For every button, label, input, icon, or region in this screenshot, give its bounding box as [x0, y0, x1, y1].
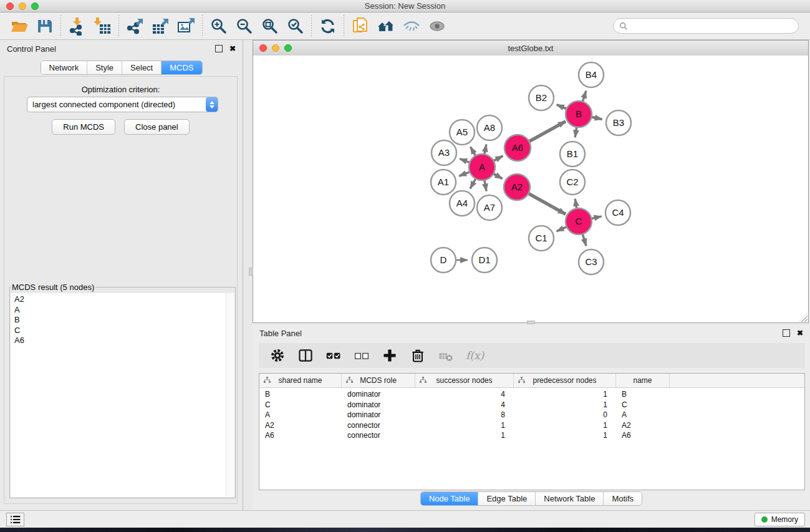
edge-A2-C[interactable] — [528, 193, 566, 214]
cell-shared-name: A6 — [259, 431, 342, 440]
mcds-result-item[interactable]: A2 — [14, 294, 234, 305]
show-panels-button[interactable] — [6, 513, 24, 526]
open-network-file-button[interactable] — [347, 14, 373, 38]
table-tab-motifs[interactable]: Motifs — [604, 492, 642, 505]
node-label-D1: D1 — [478, 254, 490, 265]
node-label-A4: A4 — [456, 198, 468, 208]
table-row[interactable]: A2connector11A2 — [259, 420, 804, 431]
toolbar-separator — [60, 15, 61, 37]
export-table-icon — [152, 17, 170, 36]
node-label-A6: A6 — [512, 142, 523, 153]
shared-column-icon — [518, 377, 525, 384]
table-row[interactable]: Cdominator41C — [259, 400, 804, 410]
zoom-out-button[interactable] — [231, 14, 257, 38]
delete-column-button[interactable] — [410, 347, 426, 364]
zoom-fit-icon — [261, 17, 279, 36]
table-tab-network-table[interactable]: Network Table — [536, 492, 604, 505]
edge-C-C2[interactable] — [575, 199, 576, 209]
open-session-button[interactable] — [6, 14, 32, 38]
result-scrollbar[interactable] — [226, 293, 234, 497]
table-options-button[interactable] — [269, 347, 286, 364]
edge-A-A1[interactable] — [459, 172, 470, 177]
cell-mcds-role: dominator — [342, 390, 415, 399]
edge-A-A3[interactable] — [460, 159, 470, 163]
column-header-shared-name[interactable]: shared name — [259, 374, 342, 387]
tab-network[interactable]: Network — [41, 61, 87, 74]
tab-style[interactable]: Style — [87, 61, 122, 74]
node-label-B1: B1 — [567, 148, 578, 159]
zoom-fit-button[interactable] — [257, 14, 282, 38]
column-header-name[interactable]: name — [616, 374, 670, 387]
refresh-view-button[interactable] — [315, 14, 340, 38]
add-column-button[interactable] — [382, 347, 398, 364]
column-header-successor-nodes[interactable]: successor nodes — [415, 374, 514, 387]
run-mcds-button[interactable]: Run MCDS — [52, 119, 115, 135]
main-toolbar — [0, 12, 810, 40]
edge-C-C1[interactable] — [557, 227, 567, 231]
edge-A-A6[interactable] — [493, 156, 503, 161]
mcds-result-item[interactable]: A6 — [14, 336, 234, 346]
shared-column-icon — [264, 377, 271, 384]
search-input[interactable] — [632, 21, 793, 31]
import-table-button[interactable] — [90, 14, 115, 38]
table-tab-node-table[interactable]: Node Table — [421, 492, 479, 505]
control-panel-close-button[interactable]: ✖ — [229, 46, 236, 52]
network-canvas[interactable]: AA1A2A3A4A5A6A7A8BB1B2B3B4CC1C2C3C4DD1 — [253, 56, 808, 322]
edge-A-A2[interactable] — [493, 173, 502, 178]
edge-B-B3[interactable] — [592, 117, 602, 119]
mcds-result-item[interactable]: A — [14, 305, 234, 316]
tab-mcds[interactable]: MCDS — [162, 61, 201, 74]
hide-panel-button[interactable] — [398, 14, 424, 38]
mcds-result-item[interactable]: C — [14, 326, 234, 336]
columns-icon — [297, 347, 314, 364]
edge-A6-B[interactable] — [529, 122, 566, 142]
zoom-in-button[interactable] — [206, 14, 231, 38]
close-panel-button[interactable]: Close panel — [124, 119, 190, 135]
table-row[interactable]: Bdominator41B — [259, 389, 804, 400]
edge-A-A4[interactable] — [470, 178, 476, 188]
export-image-button[interactable] — [173, 14, 199, 38]
save-session-button[interactable] — [32, 14, 57, 38]
select-all-button[interactable] — [325, 347, 342, 364]
home-layout-button[interactable] — [373, 14, 398, 38]
table-panel-float-button[interactable] — [783, 329, 790, 337]
node-label-A3: A3 — [438, 147, 450, 158]
import-network-button[interactable] — [64, 14, 90, 38]
export-network-button[interactable] — [122, 14, 148, 38]
node-label-C1: C1 — [535, 233, 547, 243]
control-panel-float-button[interactable] — [215, 45, 223, 52]
edge-B-B2[interactable] — [557, 105, 567, 109]
table-row[interactable]: A6connector11A6 — [259, 430, 804, 441]
memory-button[interactable]: Memory — [755, 513, 805, 526]
network-file-icon — [351, 17, 370, 36]
table-row[interactable]: Adominator80A — [259, 410, 804, 420]
delete-table-button[interactable] — [438, 347, 454, 364]
edge-A-A5[interactable] — [470, 147, 475, 155]
control-panel-tabs: NetworkStyleSelectMCDS — [40, 60, 202, 75]
edge-C-C4[interactable] — [591, 216, 601, 219]
edge-B-B4[interactable] — [582, 91, 586, 102]
edge-C-C3[interactable] — [582, 234, 586, 246]
edge-A-A7[interactable] — [485, 180, 486, 191]
desktop-background — [0, 528, 810, 532]
table-panel-close-button[interactable]: ✖ — [797, 330, 803, 336]
cell-name: A6 — [616, 431, 670, 440]
function-builder-button[interactable]: f(x) — [466, 349, 484, 362]
tab-select[interactable]: Select — [122, 61, 162, 74]
column-header-predecessor-nodes[interactable]: predecessor nodes — [514, 374, 616, 387]
network-window-title: testGlobe.txt — [253, 44, 808, 53]
zoom-selected-button[interactable] — [282, 14, 308, 38]
mcds-result-item[interactable]: B — [14, 315, 234, 326]
network-window-titlebar[interactable]: testGlobe.txt — [253, 41, 808, 56]
export-table-button[interactable] — [148, 14, 173, 38]
edge-B-B1[interactable] — [575, 127, 577, 138]
split-divider-handle[interactable] — [249, 268, 253, 276]
column-header-mcds-role[interactable]: MCDS role — [342, 374, 415, 387]
trash-icon — [410, 347, 426, 364]
table-tab-edge-table[interactable]: Edge Table — [478, 492, 536, 505]
show-columns-button[interactable] — [297, 347, 314, 364]
edge-A-A8[interactable] — [485, 145, 486, 155]
optimization-criterion-select[interactable]: largest connected component (directed) — [27, 97, 218, 112]
show-panel-button[interactable] — [424, 14, 450, 38]
deselect-all-button[interactable] — [354, 347, 370, 364]
